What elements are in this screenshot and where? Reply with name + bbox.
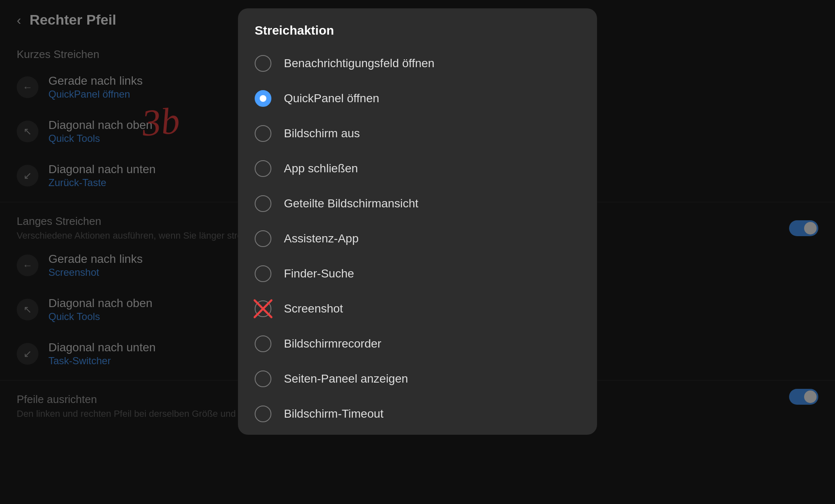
radio-geteilte — [255, 195, 271, 212]
radio-recorder — [255, 335, 271, 352]
option-quickpanel[interactable]: QuickPanel öffnen — [238, 81, 597, 116]
radio-assistenz — [255, 230, 271, 247]
option-geteilte[interactable]: Geteilte Bildschirmansicht — [238, 186, 597, 221]
option-app-schliessen-label: App schließen — [284, 162, 358, 175]
option-recorder[interactable]: Bildschirmrecorder — [238, 326, 597, 361]
streichaktion-modal: Streichaktion Benachrichtigungsfeld öffn… — [238, 8, 597, 435]
radio-timeout — [255, 406, 271, 422]
option-app-schliessen[interactable]: App schließen — [238, 151, 597, 186]
option-assistenz-label: Assistenz-App — [284, 232, 359, 245]
option-timeout-label: Bildschirm-Timeout — [284, 407, 384, 421]
option-quickpanel-label: QuickPanel öffnen — [284, 92, 379, 105]
option-finder-label: Finder-Suche — [284, 267, 354, 280]
radio-quickpanel — [255, 90, 271, 107]
option-recorder-label: Bildschirmrecorder — [284, 337, 381, 350]
option-seiten[interactable]: Seiten-Paneel anzeigen — [238, 361, 597, 396]
option-screenshot-label: Screenshot — [284, 302, 343, 315]
option-assistenz[interactable]: Assistenz-App — [238, 221, 597, 256]
option-screenshot[interactable]: Screenshot — [238, 291, 597, 326]
radio-finder — [255, 265, 271, 282]
option-bildschirm-aus-label: Bildschirm aus — [284, 127, 360, 140]
radio-screenshot — [255, 300, 271, 317]
radio-bildschirm-aus — [255, 125, 271, 142]
radio-app-schliessen — [255, 160, 271, 177]
option-timeout[interactable]: Bildschirm-Timeout — [238, 396, 597, 435]
option-geteilte-label: Geteilte Bildschirmansicht — [284, 197, 418, 210]
radio-benachrichtigung — [255, 55, 271, 72]
option-benachrichtigung[interactable]: Benachrichtigungsfeld öffnen — [238, 46, 597, 81]
radio-screenshot-wrapper — [255, 300, 271, 317]
option-bildschirm-aus[interactable]: Bildschirm aus — [238, 116, 597, 151]
option-finder[interactable]: Finder-Suche — [238, 256, 597, 291]
modal-overlay[interactable]: Streichaktion Benachrichtigungsfeld öffn… — [0, 0, 835, 504]
modal-title: Streichaktion — [238, 8, 597, 46]
option-seiten-label: Seiten-Paneel anzeigen — [284, 372, 408, 386]
radio-seiten — [255, 370, 271, 387]
option-benachrichtigung-label: Benachrichtigungsfeld öffnen — [284, 57, 435, 70]
radio-quickpanel-inner — [260, 95, 266, 102]
